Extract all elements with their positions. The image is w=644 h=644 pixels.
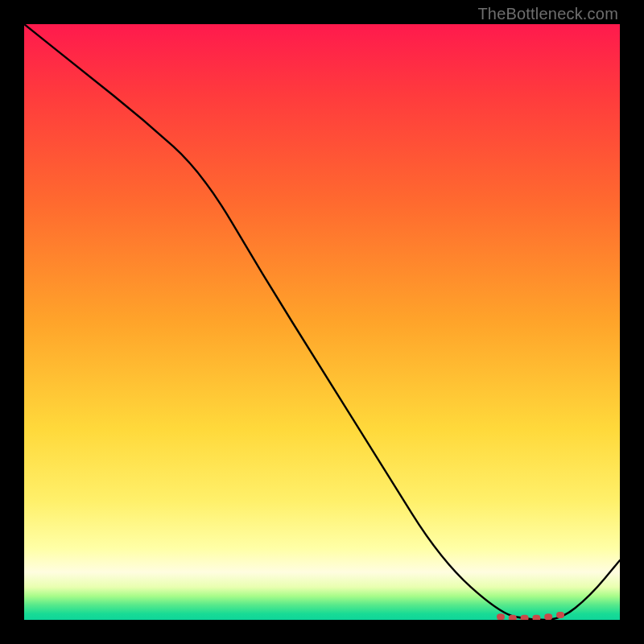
valley-marker bbox=[544, 613, 552, 620]
attribution-text: TheBottleneck.com bbox=[477, 5, 618, 23]
valley-marker bbox=[521, 615, 529, 620]
series-curve bbox=[24, 24, 620, 620]
valley-marker bbox=[556, 612, 564, 618]
chart-plot-area bbox=[24, 24, 620, 620]
chart-svg-layer bbox=[24, 24, 620, 620]
valley-marker bbox=[497, 613, 505, 620]
valley-marker bbox=[532, 615, 540, 620]
chart-outer-frame: TheBottleneck.com bbox=[0, 0, 644, 644]
valley-marker bbox=[509, 615, 517, 620]
